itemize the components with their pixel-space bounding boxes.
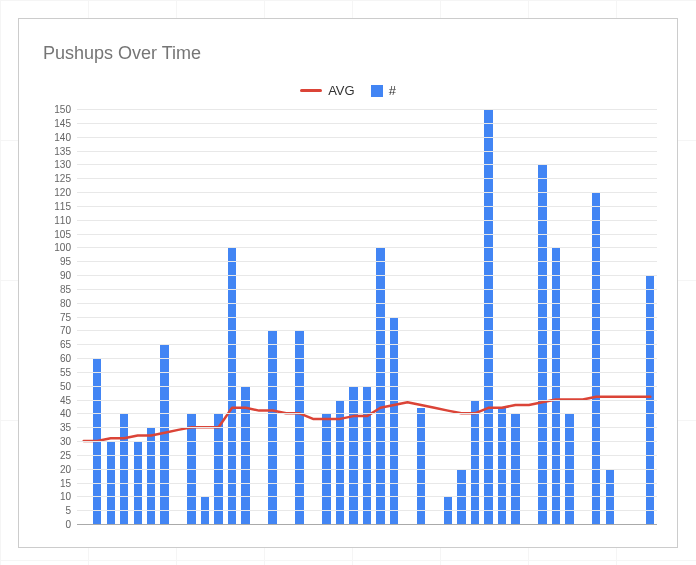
bar — [417, 408, 425, 524]
legend-item-count: # — [371, 83, 396, 98]
y-tick: 85 — [60, 283, 71, 294]
grid-line — [77, 317, 657, 318]
grid-line — [77, 413, 657, 414]
grid-line — [77, 427, 657, 428]
y-tick: 30 — [60, 436, 71, 447]
grid-line — [77, 358, 657, 359]
y-tick: 65 — [60, 339, 71, 350]
legend-swatch-line — [300, 89, 322, 92]
grid-line — [77, 247, 657, 248]
plot-area — [77, 109, 657, 524]
legend: AVG # — [19, 83, 677, 98]
bar — [498, 408, 506, 524]
grid-line — [77, 164, 657, 165]
y-tick: 95 — [60, 256, 71, 267]
y-tick: 20 — [60, 463, 71, 474]
grid-line — [77, 123, 657, 124]
y-tick: 40 — [60, 408, 71, 419]
grid-line — [77, 220, 657, 221]
y-tick: 120 — [54, 187, 71, 198]
grid-line — [77, 137, 657, 138]
grid-line — [77, 234, 657, 235]
y-tick: 35 — [60, 422, 71, 433]
y-tick: 145 — [54, 117, 71, 128]
grid-line — [77, 275, 657, 276]
y-tick: 140 — [54, 131, 71, 142]
legend-label: # — [389, 83, 396, 98]
grid-line — [77, 400, 657, 401]
y-tick: 100 — [54, 242, 71, 253]
grid-line — [77, 330, 657, 331]
legend-swatch-box — [371, 85, 383, 97]
y-tick: 10 — [60, 491, 71, 502]
grid-line — [77, 192, 657, 193]
grid-line — [77, 289, 657, 290]
y-tick: 45 — [60, 394, 71, 405]
grid-line — [77, 483, 657, 484]
y-tick: 5 — [65, 505, 71, 516]
y-tick: 55 — [60, 366, 71, 377]
y-tick: 15 — [60, 477, 71, 488]
chart-title: Pushups Over Time — [43, 43, 201, 64]
y-tick: 75 — [60, 311, 71, 322]
chart-container[interactable]: Pushups Over Time AVG # 0510152025303540… — [18, 18, 678, 548]
y-tick: 70 — [60, 325, 71, 336]
grid-line — [77, 109, 657, 110]
y-tick: 135 — [54, 145, 71, 156]
bar — [390, 317, 398, 525]
grid-line — [77, 344, 657, 345]
grid-line — [77, 386, 657, 387]
grid-line — [77, 469, 657, 470]
y-tick: 115 — [54, 200, 71, 211]
y-axis: 0510152025303540455055606570758085909510… — [39, 109, 75, 524]
bar — [336, 400, 344, 525]
grid-line — [77, 510, 657, 511]
y-tick: 60 — [60, 353, 71, 364]
y-tick: 130 — [54, 159, 71, 170]
grid-line — [77, 372, 657, 373]
grid-line — [77, 206, 657, 207]
y-tick: 50 — [60, 380, 71, 391]
bar — [471, 400, 479, 525]
legend-label: AVG — [328, 83, 355, 98]
y-tick: 150 — [54, 104, 71, 115]
y-tick: 125 — [54, 173, 71, 184]
y-tick: 25 — [60, 449, 71, 460]
y-tick: 0 — [65, 519, 71, 530]
grid-line — [77, 455, 657, 456]
legend-item-avg: AVG — [300, 83, 355, 98]
grid-line — [77, 261, 657, 262]
grid-line — [77, 496, 657, 497]
grid-line — [77, 441, 657, 442]
grid-line — [77, 303, 657, 304]
y-tick: 80 — [60, 297, 71, 308]
y-tick: 105 — [54, 228, 71, 239]
grid-line — [77, 151, 657, 152]
y-tick: 90 — [60, 270, 71, 281]
grid-line — [77, 178, 657, 179]
grid-line — [77, 524, 657, 525]
y-tick: 110 — [54, 214, 71, 225]
